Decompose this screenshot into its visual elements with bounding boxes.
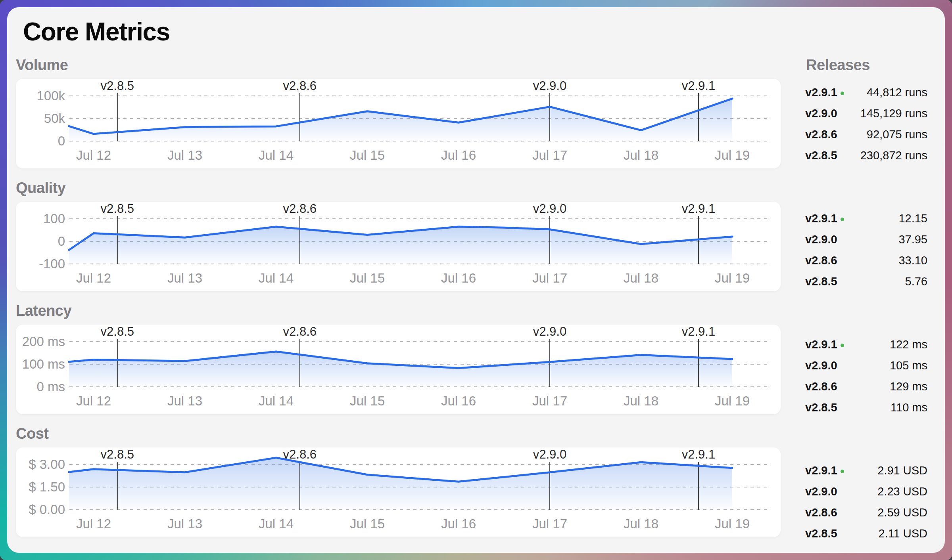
current-release-dot [841, 470, 844, 473]
x-axis-label: Jul 15 [350, 148, 385, 162]
release-marker-label: v2.9.1 [682, 325, 715, 338]
release-value: 122 ms [890, 338, 927, 351]
x-axis-label: Jul 16 [441, 148, 476, 162]
release-value: 33.10 [898, 254, 927, 267]
current-release-dot [841, 92, 844, 95]
series-area [69, 458, 732, 510]
page-title: Core Metrics [23, 18, 945, 46]
x-axis-labels: Jul 12Jul 13Jul 14Jul 15Jul 16Jul 17Jul … [76, 516, 750, 531]
x-axis-label: Jul 17 [532, 148, 567, 162]
release-row: v2.8.692,075 runs [805, 124, 927, 145]
release-value: 230,872 runs [860, 149, 927, 162]
dashboard-content: Volume050k100kJul 12Jul 13Jul 14Jul 15Ju… [7, 57, 945, 553]
release-row: v2.8.55.76 [805, 271, 927, 292]
section-label-volume: Volume [16, 57, 781, 73]
release-marker-label: v2.8.6 [283, 447, 317, 461]
y-axis-label: 200 ms [22, 334, 65, 349]
release-version: v2.8.5 [805, 527, 837, 540]
release-value: 5.76 [905, 275, 927, 288]
release-group-cost: v2.9.12.91 USDv2.9.02.23 USDv2.8.62.59 U… [800, 457, 931, 550]
x-axis-labels: Jul 12Jul 13Jul 14Jul 15Jul 16Jul 17Jul … [76, 394, 750, 408]
x-axis-labels: Jul 12Jul 13Jul 14Jul 15Jul 16Jul 17Jul … [76, 148, 750, 162]
x-axis-label: Jul 12 [76, 516, 111, 531]
release-version: v2.9.0 [805, 107, 837, 120]
releases-panel: Releases v2.9.144,812 runsv2.9.0145,129 … [800, 57, 931, 553]
release-version: v2.9.0 [805, 359, 837, 372]
release-marker-label: v2.8.6 [283, 79, 317, 93]
release-marker-label: v2.8.5 [101, 447, 134, 461]
chart-card-cost: $ 0.00$ 1.50$ 3.00Jul 12Jul 13Jul 14Jul … [16, 447, 781, 537]
release-row: v2.9.1122 ms [805, 334, 927, 355]
release-row: v2.8.5110 ms [805, 397, 927, 418]
release-version: v2.8.6 [805, 254, 837, 267]
release-row: v2.8.5230,872 runs [805, 145, 927, 166]
y-axis-label: $ 1.50 [29, 480, 65, 494]
x-axis-labels: Jul 12Jul 13Jul 14Jul 15Jul 16Jul 17Jul … [76, 271, 750, 285]
release-value: 110 ms [891, 401, 927, 414]
x-axis-label: Jul 18 [624, 394, 658, 408]
x-axis-label: Jul 17 [532, 394, 567, 408]
x-axis-label: Jul 19 [715, 271, 750, 285]
release-marker-label: v2.9.0 [533, 325, 566, 338]
release-marker-label: v2.8.5 [101, 325, 134, 338]
quality-line-chart: -1000100Jul 12Jul 13Jul 14Jul 15Jul 16Ju… [16, 202, 781, 291]
release-value: 92,075 runs [867, 128, 927, 141]
gradient-frame: Core Metrics Volume050k100kJul 12Jul 13J… [0, 0, 952, 560]
section-label-cost: Cost [16, 425, 781, 442]
release-value: 2.11 USD [878, 527, 927, 540]
release-row: v2.8.633.10 [805, 250, 927, 271]
release-value: 2.91 USD [877, 464, 927, 477]
metric-section-latency: Latency0 ms100 ms200 msJul 12Jul 13Jul 1… [16, 302, 781, 414]
y-axis-label: $ 3.00 [29, 457, 65, 472]
release-row: v2.9.112.15 [805, 208, 927, 229]
x-axis-label: Jul 12 [76, 271, 111, 285]
series-area [69, 99, 732, 141]
x-axis-label: Jul 14 [259, 271, 294, 285]
x-axis-label: Jul 15 [350, 394, 385, 408]
cost-line-chart: $ 0.00$ 1.50$ 3.00Jul 12Jul 13Jul 14Jul … [16, 447, 781, 537]
release-group-quality: v2.9.112.15v2.9.037.95v2.8.633.10v2.8.55… [800, 205, 931, 298]
metric-section-quality: Quality-1000100Jul 12Jul 13Jul 14Jul 15J… [16, 180, 781, 291]
current-release-dot [841, 218, 844, 221]
release-group-latency: v2.9.1122 msv2.9.0105 msv2.8.6129 msv2.8… [800, 331, 931, 424]
release-row: v2.9.0145,129 runs [805, 103, 927, 124]
release-marker-label: v2.9.1 [682, 79, 715, 93]
x-axis-label: Jul 15 [350, 516, 385, 531]
y-axis-label: $ 0.00 [29, 502, 65, 517]
x-axis-label: Jul 16 [441, 271, 476, 285]
y-axis-label: 100k [36, 88, 65, 103]
release-value: 12.15 [898, 212, 927, 225]
x-axis-label: Jul 19 [715, 516, 750, 531]
x-axis-label: Jul 13 [167, 394, 202, 408]
release-marker-label: v2.8.6 [283, 202, 317, 216]
release-marker-label: v2.8.5 [101, 202, 134, 216]
x-axis-label: Jul 13 [167, 516, 202, 531]
x-axis-label: Jul 15 [350, 271, 385, 285]
x-axis-label: Jul 13 [167, 148, 202, 162]
release-row: v2.9.144,812 runs [805, 82, 927, 103]
releases-heading: Releases [800, 57, 931, 73]
chart-card-quality: -1000100Jul 12Jul 13Jul 14Jul 15Jul 16Ju… [16, 202, 781, 291]
release-row: v2.9.12.91 USD [805, 460, 927, 481]
current-release-dot [841, 344, 844, 347]
release-groups: v2.9.144,812 runsv2.9.0145,129 runsv2.8.… [800, 79, 931, 550]
dashboard-card: Core Metrics Volume050k100kJul 12Jul 13J… [7, 7, 945, 553]
section-label-quality: Quality [16, 180, 781, 196]
x-axis-label: Jul 12 [76, 394, 111, 408]
release-marker-label: v2.9.1 [682, 447, 715, 461]
release-version: v2.9.0 [805, 485, 837, 498]
x-axis-label: Jul 14 [259, 516, 294, 531]
x-axis-label: Jul 18 [624, 271, 658, 285]
release-marker-label: v2.9.0 [533, 202, 566, 216]
y-axis-label: 100 [43, 211, 65, 226]
charts-column: Volume050k100kJul 12Jul 13Jul 14Jul 15Ju… [16, 57, 781, 553]
x-axis-label: Jul 19 [715, 148, 750, 162]
release-value: 145,129 runs [860, 107, 927, 120]
release-version: v2.8.6 [805, 380, 837, 393]
release-value: 2.59 USD [877, 506, 927, 519]
release-marker-label: v2.8.6 [283, 325, 317, 338]
release-value: 44,812 runs [867, 86, 927, 99]
release-row: v2.8.52.11 USD [805, 523, 927, 544]
y-axis-label: 0 ms [36, 379, 65, 394]
release-row: v2.8.62.59 USD [805, 502, 927, 523]
